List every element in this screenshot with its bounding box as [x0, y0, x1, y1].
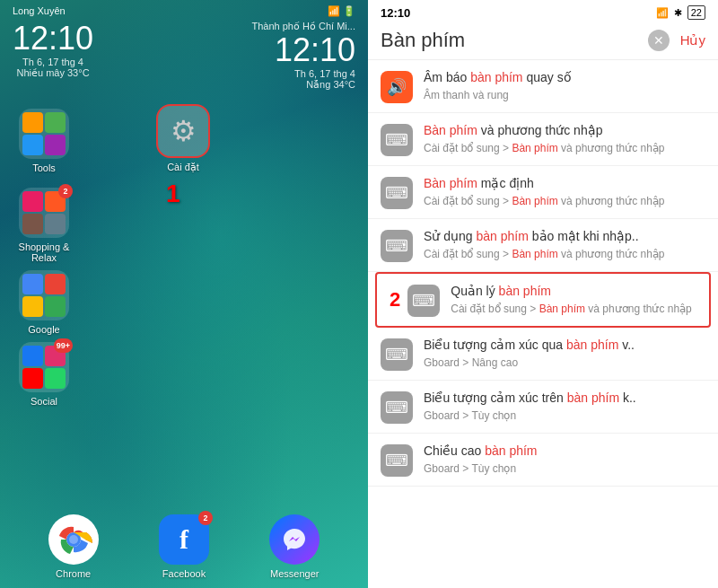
widget-hcm: Thành phố Hồ Chí Mi... 12:10 Th 6, 17 th… [252, 21, 356, 91]
shopping-label: Shopping &Relax [19, 241, 70, 263]
highlight-sub-4: Bàn phím [512, 248, 557, 260]
highlight-banphim-1: bàn phím [470, 70, 522, 84]
status-bar-left: Long Xuyên 📶 🔋 [0, 0, 368, 19]
google-label: Google [28, 324, 59, 335]
result-emoji-subtitle: Gboard > Nâng cao [424, 356, 705, 371]
messenger-icon-box [269, 514, 320, 565]
google-grid [19, 270, 69, 320]
tools-icon-1 [22, 112, 43, 133]
google-icon-4 [45, 296, 66, 317]
dock-chrome[interactable]: Chrome [48, 514, 99, 579]
highlight-banphim-7: bàn phím [567, 391, 619, 405]
keyboard-icon-3: ⌨ [381, 177, 413, 209]
keyboard-icon-5: ⌨ [407, 285, 440, 317]
settings-app[interactable]: ⚙ Cài đặt [156, 104, 210, 173]
app-row-3: Google [13, 270, 355, 335]
result-sound-title: Âm báo bàn phím quay số [424, 69, 705, 87]
app-google[interactable]: Google [13, 270, 75, 335]
apps-area: Tools ⚙ Cài đặt 2 Shopping &Rela [0, 100, 368, 423]
keyboard-icon-4: ⌨ [381, 230, 413, 262]
keyboard-glyph-4: ⌨ [385, 236, 408, 256]
chrome-logo-svg [54, 520, 93, 559]
cancel-button[interactable]: Hủy [680, 32, 705, 48]
keyboard-glyph-3: ⌨ [385, 183, 408, 203]
weather-widgets: 12:10 Th 6, 17 thg 4 Nhiều mây 33°C Thàn… [0, 19, 368, 91]
app-tools[interactable]: Tools [13, 109, 75, 173]
highlight-sub-3: Bàn phím [512, 195, 557, 207]
highlight-banphim-3: Bàn phím [424, 176, 477, 190]
result-emoji-title: Biểu tượng cảm xúc qua bàn phím v.. [424, 337, 705, 355]
tools-icon-3 [22, 135, 43, 155]
social-grid: 99+ [19, 342, 69, 392]
highlight-banphim-6: bàn phím [566, 338, 618, 352]
tools-icon-4 [45, 135, 66, 155]
result-default-keyboard[interactable]: ⌨ Bàn phím mặc định Cài đặt bổ sung > Bà… [368, 166, 718, 219]
highlight-banphim-8: bàn phím [485, 443, 537, 458]
result-default-subtitle: Cài đặt bổ sung > Bàn phím và phương thứ… [424, 195, 705, 209]
weather-longxuyen: Nhiều mây 33°C [13, 67, 93, 79]
header-actions: ✕ Hủy [648, 30, 705, 51]
result-secure-subtitle: Cài đặt bổ sung > Bàn phím và phương thứ… [424, 248, 705, 262]
result-emoji2-title: Biểu tượng cảm xúc trên bàn phím k.. [424, 390, 705, 408]
google-icon-3 [22, 296, 43, 317]
chrome-icon-box [48, 514, 99, 565]
keyboard-glyph-6: ⌨ [385, 345, 408, 364]
result-emoji-keyboard2[interactable]: ⌨ Biểu tượng cảm xúc trên bàn phím k.. G… [368, 381, 718, 434]
dock-facebook[interactable]: f 2 Facebook [159, 514, 209, 579]
result-manage-title: Quản lý bàn phím [451, 283, 696, 301]
search-title: Bàn phím [381, 29, 465, 52]
social-icon-4 [45, 368, 66, 389]
weather-hcm: Nắng 34°C [252, 79, 356, 91]
step-1-label: 1 [166, 180, 180, 208]
settings-label: Cài đặt [167, 162, 199, 173]
keyboard-glyph-8: ⌨ [385, 451, 408, 470]
keyboard-icon-7: ⌨ [381, 391, 413, 424]
app-shopping[interactable]: 2 Shopping &Relax [13, 188, 75, 263]
settings-icon-box: ⚙ [156, 104, 210, 158]
search-header: Bàn phím ✕ Hủy [368, 23, 718, 60]
widget-longxuyen: 12:10 Th 6, 17 thg 4 Nhiều mây 33°C [13, 21, 93, 91]
keyboard-glyph-7: ⌨ [385, 398, 408, 417]
result-height-keyboard[interactable]: ⌨ Chiều cao bàn phím Gboard > Tùy chọn [368, 434, 718, 487]
result-manage-keyboard[interactable]: 2 ⌨ Quản lý bàn phím Cài đặt bổ sung > B… [375, 272, 711, 328]
highlight-banphim-5: bàn phím [499, 284, 551, 298]
search-results-list: 🔊 Âm báo bàn phím quay số Âm thanh và ru… [368, 60, 718, 588]
dock-messenger[interactable]: Messenger [269, 514, 320, 579]
settings-search-panel: 12:10 📶 ✱ 22 Bàn phím ✕ Hủy 🔊 Âm báo bàn… [368, 0, 718, 588]
tools-grid [19, 109, 69, 159]
sound-icon: 🔊 [381, 71, 413, 103]
result-sound[interactable]: 🔊 Âm báo bàn phím quay số Âm thanh và ru… [368, 60, 718, 113]
result-height-text: Chiều cao bàn phím Gboard > Tùy chọn [424, 443, 705, 476]
highlight-banphim-2: Bàn phím [424, 123, 477, 137]
result-input-subtitle: Cài đặt bổ sung > Bàn phím và phương thứ… [424, 142, 705, 156]
tools-icon-2 [45, 112, 66, 133]
result-input-method[interactable]: ⌨ Bàn phím và phương thức nhập Cài đặt b… [368, 113, 718, 166]
google-icon-1 [22, 274, 43, 294]
gear-icon: ⚙ [171, 114, 197, 148]
facebook-label: Facebook [162, 568, 206, 579]
result-secure-keyboard[interactable]: ⌨ Sử dụng bàn phím bảo mật khi nhập.. Cà… [368, 219, 718, 272]
network-icon: 📶 [656, 7, 669, 19]
city-hcm: Thành phố Hồ Chí Mi... [252, 21, 356, 32]
right-time: 12:10 [381, 6, 410, 20]
google-icon-2 [45, 274, 66, 294]
social-badge: 99+ [54, 338, 73, 353]
app-row-2: 2 Shopping &Relax [13, 188, 355, 263]
shopping-icon-3 [22, 214, 43, 234]
result-emoji-keyboard[interactable]: ⌨ Biểu tượng cảm xúc qua bàn phím v.. Gb… [368, 328, 718, 381]
facebook-badge: 2 [198, 511, 213, 525]
app-social[interactable]: 99+ Social [13, 342, 75, 407]
dock: Chrome f 2 Facebook Messenger [0, 514, 368, 579]
shopping-badge: 2 [58, 184, 73, 198]
close-button[interactable]: ✕ [648, 30, 670, 51]
result-secure-text: Sử dụng bàn phím bảo mật khi nhập.. Cài … [424, 228, 705, 261]
result-input-title: Bàn phím và phương thức nhập [424, 122, 705, 140]
result-emoji-text: Biểu tượng cảm xúc qua bàn phím v.. Gboa… [424, 337, 705, 370]
date-hcm: Th 6, 17 thg 4 [252, 68, 356, 79]
chrome-label: Chrome [56, 568, 91, 579]
keyboard-icon-2: ⌨ [381, 124, 413, 156]
battery-indicator: 22 [687, 5, 705, 20]
tools-label: Tools [32, 162, 56, 173]
keyboard-glyph-2: ⌨ [385, 130, 408, 150]
result-secure-title: Sử dụng bàn phím bảo mật khi nhập.. [424, 228, 705, 246]
